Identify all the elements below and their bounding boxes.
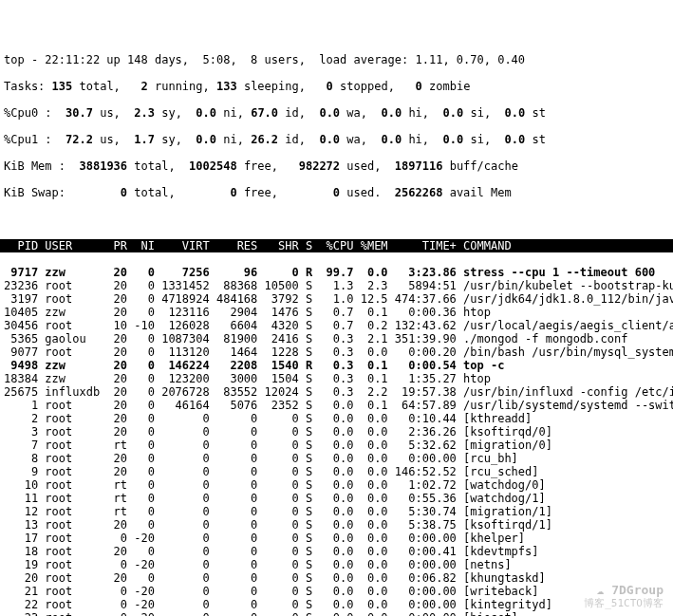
cpu0-line: %Cpu0 : 30.7 us, 2.3 sy, 0.0 ni, 67.0 id… <box>0 106 673 120</box>
process-row[interactable]: 10405 zzw 20 0 123116 2904 1476 S 0.7 0.… <box>0 306 673 319</box>
uptime-line: top - 22:11:22 up 148 days, 5:08, 8 user… <box>0 53 673 66</box>
process-row[interactable]: 13 root 20 0 0 0 0 S 0.0 0.0 5:38.75 [ks… <box>0 518 673 532</box>
process-row[interactable]: 23 root 0 -20 0 0 0 S 0.0 0.0 0:00.00 [b… <box>0 611 673 616</box>
process-row[interactable]: 18384 zzw 20 0 123200 3000 1504 S 0.3 0.… <box>0 372 673 385</box>
process-row[interactable]: 9498 zzw 20 0 146224 2208 1540 R 0.3 0.1… <box>0 359 673 372</box>
process-row[interactable]: 11 root rt 0 0 0 0 S 0.0 0.0 0:55.36 [wa… <box>0 492 673 505</box>
tasks-line: Tasks: 135 total, 2 running, 133 sleepin… <box>0 80 673 93</box>
process-row[interactable]: 30456 root 10 -10 126028 6604 4320 S 0.7… <box>0 319 673 332</box>
process-list: 9717 zzw 20 0 7256 96 0 R 99.7 0.0 3:23.… <box>0 266 673 616</box>
blank-line <box>0 213 673 226</box>
terminal-screen[interactable]: { "summary": { "line1": "top - 22:11:22 … <box>0 0 673 616</box>
process-row[interactable]: 1 root 20 0 46164 5076 2352 S 0.0 0.1 64… <box>0 399 673 412</box>
process-row[interactable]: 7 root rt 0 0 0 0 S 0.0 0.0 5:32.62 [mig… <box>0 439 673 452</box>
process-row[interactable]: 9 root 20 0 0 0 0 S 0.0 0.0 146:52.52 [r… <box>0 465 673 478</box>
process-row[interactable]: 20 root 20 0 0 0 0 S 0.0 0.0 0:06.82 [kh… <box>0 571 673 585</box>
process-row[interactable]: 3 root 20 0 0 0 0 S 0.0 0.0 2:36.26 [kso… <box>0 425 673 439</box>
swap-line: KiB Swap: 0 total, 0 free, 0 used. 25622… <box>0 186 673 199</box>
process-row[interactable]: 3197 root 20 0 4718924 484168 3792 S 1.0… <box>0 292 673 306</box>
process-row[interactable]: 9077 root 20 0 113120 1464 1228 S 0.3 0.… <box>0 345 673 359</box>
mem-line: KiB Mem : 3881936 total, 1002548 free, 9… <box>0 159 673 173</box>
cpu1-line: %Cpu1 : 72.2 us, 1.7 sy, 0.0 ni, 26.2 id… <box>0 133 673 146</box>
process-row[interactable]: 5365 gaolou 20 0 1087304 81900 2416 S 0.… <box>0 332 673 345</box>
process-row[interactable]: 12 root rt 0 0 0 0 S 0.0 0.0 5:30.74 [mi… <box>0 505 673 518</box>
process-row[interactable]: 10 root rt 0 0 0 0 S 0.0 0.0 1:02.72 [wa… <box>0 478 673 492</box>
process-row[interactable]: 18 root 20 0 0 0 0 S 0.0 0.0 0:00.41 [kd… <box>0 545 673 558</box>
process-row[interactable]: 21 root 0 -20 0 0 0 S 0.0 0.0 0:00.00 [w… <box>0 585 673 598</box>
process-row[interactable]: 17 root 0 -20 0 0 0 S 0.0 0.0 0:00.00 [k… <box>0 532 673 545</box>
process-row[interactable]: 2 root 20 0 0 0 0 S 0.0 0.0 0:10.44 [kth… <box>0 412 673 425</box>
process-row[interactable]: 9717 zzw 20 0 7256 96 0 R 99.7 0.0 3:23.… <box>0 266 673 279</box>
process-row[interactable]: 22 root 0 -20 0 0 0 S 0.0 0.0 0:00.00 [k… <box>0 598 673 611</box>
process-row[interactable]: 25675 influxdb 20 0 2076728 83552 12024 … <box>0 385 673 399</box>
process-row[interactable]: 23236 root 20 0 1331452 88368 10500 S 1.… <box>0 279 673 292</box>
process-row[interactable]: 19 root 0 -20 0 0 0 S 0.0 0.0 0:00.00 [n… <box>0 558 673 571</box>
process-row[interactable]: 8 root 20 0 0 0 0 S 0.0 0.0 0:00.00 [rcu… <box>0 452 673 465</box>
column-header: PID USER PR NI VIRT RES SHR S %CPU %MEM … <box>0 239 673 252</box>
